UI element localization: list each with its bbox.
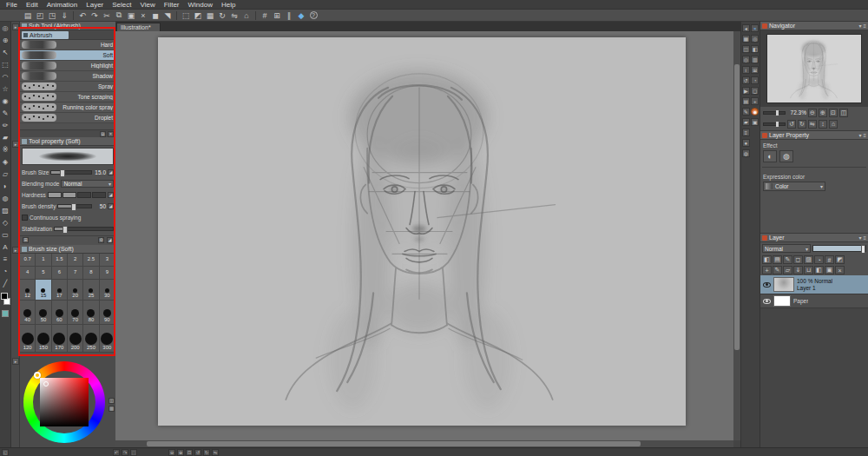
- invert-selection-icon[interactable]: ◩: [193, 10, 203, 21]
- panel-menu-icon[interactable]: ≡: [863, 23, 866, 29]
- balloon-tool-icon[interactable]: ◔: [1, 267, 10, 276]
- brush-size-cell[interactable]: 25: [83, 280, 99, 301]
- item-bank-panel-icon[interactable]: ◧: [751, 45, 759, 53]
- layer-comp-panel-icon[interactable]: ◔: [751, 76, 759, 84]
- pen-tool-icon[interactable]: ✎: [1, 109, 10, 118]
- blend-tool-icon[interactable]: ◗: [1, 182, 10, 191]
- hardness-segmented-control[interactable]: [48, 192, 106, 198]
- status-redo-icon[interactable]: ↷: [122, 449, 128, 456]
- fit-to-window-button[interactable]: ⊡: [829, 109, 838, 117]
- tone-effect-button[interactable]: ◍: [779, 150, 793, 162]
- undo-icon[interactable]: ↶: [77, 10, 88, 21]
- pencil-tool-icon[interactable]: ✏: [1, 121, 10, 130]
- frame-border-tool-icon[interactable]: ▭: [1, 230, 10, 240]
- status-clear-icon[interactable]: ⬚: [130, 449, 137, 456]
- subtool-item-droplet[interactable]: Droplet: [20, 113, 115, 123]
- menu-item[interactable]: Window: [184, 0, 217, 10]
- zoom-tool-icon[interactable]: ◎: [1, 23, 10, 33]
- brush-size-cell[interactable]: 12: [20, 280, 36, 301]
- panel-edge-button[interactable]: ▸: [12, 141, 19, 148]
- brush-size-panel-header[interactable]: Brush size (Soft): [20, 245, 115, 254]
- brush-size-cell[interactable]: 7: [68, 267, 83, 280]
- navigator-header[interactable]: Navigator ▾ ≡: [760, 22, 868, 30]
- vertical-scrollbar[interactable]: [733, 31, 740, 440]
- menu-item[interactable]: Filter: [160, 0, 184, 10]
- panel-menu-icon[interactable]: ≡: [863, 133, 866, 138]
- brush-size-cell[interactable]: 1.5: [52, 254, 68, 267]
- status-undo-icon[interactable]: ↶: [113, 449, 120, 456]
- saturation-value-square[interactable]: [40, 378, 89, 426]
- continuous-spraying-checkbox[interactable]: [22, 215, 28, 221]
- panel-edge-button[interactable]: ▸: [12, 23, 19, 30]
- lasso-tool-icon[interactable]: ◠: [1, 72, 10, 82]
- material-2-panel-icon[interactable]: ◻: [751, 87, 759, 95]
- subtool-item-soft[interactable]: Soft: [20, 50, 115, 61]
- subtool-item-spray[interactable]: Spray: [20, 82, 115, 92]
- color-panel-icon[interactable]: ◍: [742, 149, 750, 157]
- selection-tool-icon[interactable]: ⬚: [1, 60, 10, 69]
- menu-item[interactable]: Edit: [22, 0, 43, 10]
- create-mask-button[interactable]: ◧: [814, 266, 824, 274]
- menu-item[interactable]: Animation: [43, 0, 82, 10]
- brush-size-cell[interactable]: 150: [36, 325, 51, 353]
- tool-property-header[interactable]: Tool property (Soft): [20, 137, 115, 146]
- tab-airbrush[interactable]: Airbrush: [22, 31, 69, 39]
- new-vector-layer-button[interactable]: ✎: [773, 266, 782, 274]
- new-folder-button[interactable]: ▱: [783, 266, 792, 274]
- status-zoom-in-icon[interactable]: ⊕: [177, 449, 184, 456]
- vertical-scrollbar-thumb[interactable]: [734, 64, 740, 351]
- airbrush-tool-icon[interactable]: ※: [1, 145, 10, 155]
- decoration-tool-icon[interactable]: ◈: [1, 157, 10, 167]
- brush-size-cell[interactable]: 80: [83, 301, 99, 325]
- brush-size-cell[interactable]: 2.5: [83, 254, 99, 267]
- redo-icon[interactable]: ↷: [89, 10, 100, 21]
- color-slider-mode-button[interactable]: ▥: [108, 406, 115, 412]
- layer-search-panel-icon[interactable]: ⊞: [751, 66, 759, 74]
- transform-icon[interactable]: ◥: [162, 10, 173, 21]
- blending-mode-select[interactable]: Normal: [61, 180, 114, 188]
- menu-item[interactable]: File: [2, 0, 22, 10]
- brush-size-cell[interactable]: 3: [100, 254, 115, 267]
- draft-layer-button[interactable]: ✎: [783, 255, 792, 264]
- brush-size-cell[interactable]: 0.7: [20, 254, 36, 267]
- menu-item[interactable]: Help: [217, 0, 240, 10]
- clip-studio-icon[interactable]: ◉: [751, 108, 759, 116]
- brush-size-cell[interactable]: 1: [36, 254, 51, 267]
- collapse-panel-icon[interactable]: ▾: [858, 132, 861, 138]
- reset-display-button[interactable]: ⌂: [829, 120, 838, 129]
- snap-to-grid-icon[interactable]: ⊞: [272, 10, 282, 21]
- flip-vertical-button[interactable]: ↕: [819, 120, 827, 129]
- status-fit-icon[interactable]: ⊡: [186, 449, 193, 456]
- add-panel-icon[interactable]: +: [751, 97, 759, 105]
- border-effect-button[interactable]: ◐: [763, 150, 777, 162]
- collapse-panel-icon[interactable]: ▾: [858, 23, 861, 29]
- new-canvas-icon[interactable]: ▤: [23, 10, 33, 21]
- brush-size-cell[interactable]: 20: [68, 280, 83, 301]
- reset-view-icon[interactable]: ⌂: [241, 10, 252, 21]
- navigator-thumbnail[interactable]: [766, 34, 862, 103]
- delete-subtool-button[interactable]: ×: [108, 131, 114, 137]
- rotate-left-button[interactable]: ↺: [787, 120, 796, 129]
- document-tab[interactable]: Illustration*: [116, 23, 161, 31]
- apply-mask-button[interactable]: ▣: [825, 266, 834, 274]
- transfer-to-lower-button[interactable]: ⇓: [793, 266, 803, 274]
- information-panel-icon[interactable]: i: [742, 66, 750, 74]
- collapse-panel-icon[interactable]: ▾: [858, 235, 861, 241]
- brush-size-cell[interactable]: 4: [20, 267, 36, 280]
- brush-size-cell[interactable]: 50: [36, 301, 51, 325]
- ruler-button[interactable]: #: [825, 255, 834, 264]
- tool-panel-icon[interactable]: ✎: [742, 108, 750, 116]
- material-panel-icon[interactable]: ◫: [742, 45, 750, 53]
- zoom-in-button[interactable]: ⊕: [819, 109, 827, 117]
- layer-property-header[interactable]: Layer Property ▾ ≡: [760, 131, 868, 140]
- wrench-button[interactable]: ⚙: [98, 237, 104, 243]
- save-icon[interactable]: ◳: [47, 10, 57, 21]
- brush-size-cell[interactable]: 17: [52, 280, 68, 301]
- quick-access-panel-icon[interactable]: ▦: [742, 35, 750, 43]
- zoom-out-button[interactable]: ⊖: [808, 109, 817, 117]
- help-icon[interactable]: ?: [308, 10, 319, 21]
- rotate-view-icon[interactable]: ↻: [217, 10, 227, 21]
- eraser-tool-icon[interactable]: ▱: [1, 169, 10, 179]
- brush-tool-icon[interactable]: ▰: [1, 133, 10, 142]
- brush-size-cell[interactable]: 170: [52, 325, 68, 353]
